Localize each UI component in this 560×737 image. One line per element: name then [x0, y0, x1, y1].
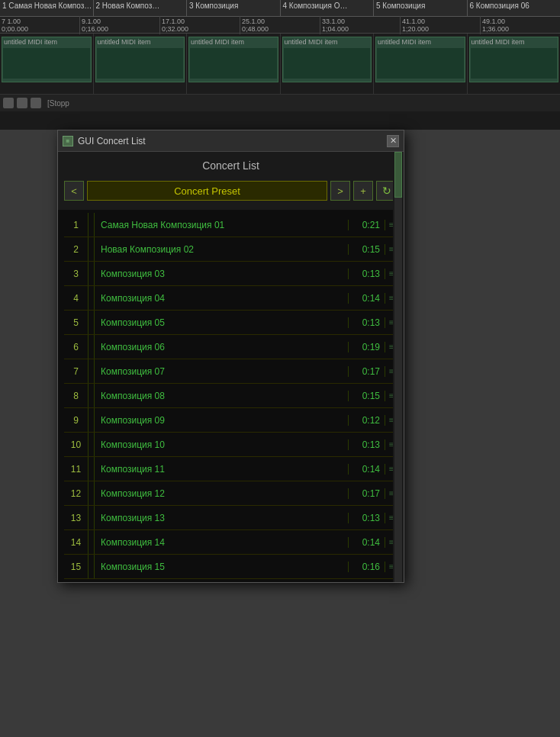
track-color-bar: [89, 335, 95, 359]
daw-background: 1 Самая Новая Композ… 2 Новая Композ… 3 …: [0, 0, 560, 130]
track-list-row[interactable]: 13 Композиция 13 0:13 ≡: [64, 506, 397, 530]
midi-item-inner-6: [471, 48, 558, 79]
track-list-row[interactable]: 1 Самая Новая Композиция 01 0:21 ≡: [64, 213, 397, 237]
track-duration: 0:15: [349, 244, 385, 255]
track-number: 13: [64, 506, 89, 529]
transport-btn-2[interactable]: [17, 98, 27, 108]
transport-btn-1[interactable]: [3, 98, 14, 108]
midi-track-col-2: untitled MIDI item: [94, 34, 188, 94]
midi-item-label-3: untitled MIDI item: [189, 37, 278, 47]
track-list-row[interactable]: 12 Композиция 12 0:17 ≡: [64, 481, 397, 506]
track-list-row[interactable]: 7 Композиция 07 0:17 ≡: [64, 359, 397, 384]
midi-item-inner-3: [190, 48, 277, 79]
track-name: Композиция 06: [95, 342, 349, 352]
modal-titlebar-left: ■ GUI Concert List: [63, 136, 146, 146]
track-number: 2: [64, 237, 89, 261]
midi-item-1: untitled MIDI item: [2, 37, 92, 82]
midi-item-inner-2: [97, 48, 184, 79]
track-number: 8: [64, 384, 89, 407]
midi-item-inner-5: [377, 48, 464, 79]
track-list-row[interactable]: 15 Композиция 15 0:16 ≡: [64, 555, 397, 579]
track-color-bar: [89, 433, 95, 456]
track-color-bar: [89, 311, 95, 334]
modal-title-text: GUI Concert List: [78, 136, 146, 146]
track-duration: 0:13: [349, 269, 385, 279]
track-list-row[interactable]: 14 Композиция 14 0:14 ≡: [64, 530, 397, 555]
track-color-bar: [89, 262, 95, 285]
track-header-2: 2 Новая Композ…: [94, 0, 188, 16]
track-duration: 0:12: [349, 415, 385, 426]
track-number: 14: [64, 530, 89, 554]
preset-add-button[interactable]: +: [353, 181, 373, 201]
ruler-mark-4: 25.1.000;48.000: [240, 16, 320, 34]
transport-bar: [Stopp: [0, 95, 560, 111]
track-number: 6: [64, 335, 89, 359]
track-number: 10: [64, 433, 89, 456]
track-number: 3: [64, 262, 89, 285]
track-duration: 0:15: [349, 391, 385, 401]
track-name: Композиция 04: [95, 293, 349, 304]
ruler-mark-6: 41.1.001;20.000: [401, 16, 481, 34]
track-header-1: 1 Самая Новая Композ…: [0, 0, 94, 16]
ruler-mark-7: 49.1.001;36.000: [481, 16, 560, 34]
midi-track-col-1: untitled MIDI item: [0, 34, 94, 94]
track-list-row[interactable]: 4 Композиция 04 0:14 ≡: [64, 286, 397, 311]
track-color-bar: [89, 384, 95, 407]
track-list-row[interactable]: 3 Композиция 03 0:13 ≡: [64, 262, 397, 286]
timeline-ruler: 7 1.000;00.000 9.1.000;16.000 17.1.000;3…: [0, 17, 560, 34]
track-duration: 0:13: [349, 317, 385, 328]
track-list-row[interactable]: 11 Композиция 11 0:14 ≡: [64, 457, 397, 481]
track-duration: 0:13: [349, 439, 385, 450]
midi-item-inner-1: [3, 48, 90, 79]
ruler-mark-2: 9.1.000;16.000: [80, 16, 160, 34]
track-color-bar: [89, 213, 95, 237]
track-name: Самая Новая Композиция 01: [95, 220, 349, 230]
scrollbar-thumb[interactable]: [394, 152, 402, 198]
track-color-bar: [89, 481, 95, 505]
midi-item-6: untitled MIDI item: [469, 37, 559, 82]
track-number: 4: [64, 286, 89, 310]
track-list-row[interactable]: 10 Композиция 10 0:13 ≡: [64, 433, 397, 457]
track-name: Композиция 09: [95, 415, 349, 426]
midi-tracks-area: untitled MIDI item untitled MIDI item un…: [0, 34, 560, 95]
track-color-bar: [89, 555, 95, 578]
midi-track-col-3: untitled MIDI item: [187, 34, 281, 94]
track-duration: 0:19: [349, 342, 385, 352]
preset-nav-bar: < Concert Preset > + ↻: [58, 178, 404, 204]
track-duration: 0:16: [349, 562, 385, 572]
track-list-row[interactable]: 8 Композиция 08 0:15 ≡: [64, 384, 397, 408]
track-list-row[interactable]: 2 Новая Композиция 02 0:15 ≡: [64, 237, 397, 262]
track-list-row[interactable]: 6 Композиция 06 0:19 ≡: [64, 335, 397, 359]
modal-scrollbar[interactable]: [393, 152, 404, 582]
track-list-row[interactable]: 5 Композиция 05 0:13 ≡: [64, 311, 397, 335]
track-color-bar: [89, 408, 95, 432]
track-duration: 0:17: [349, 488, 385, 499]
track-name: Композиция 12: [95, 488, 349, 499]
track-color-bar: [89, 359, 95, 383]
track-number: 5: [64, 311, 89, 334]
track-name: Новая Композиция 02: [95, 244, 349, 255]
track-header-3: 3 Композиция: [187, 0, 281, 16]
transport-btn-3[interactable]: [31, 98, 41, 108]
track-duration: 0:13: [349, 513, 385, 523]
track-duration: 0:17: [349, 366, 385, 377]
track-color-bar: [89, 237, 95, 261]
track-name: Композиция 10: [95, 439, 349, 450]
track-duration: 0:14: [349, 293, 385, 304]
ruler-mark-1: 7 1.000;00.000: [0, 16, 80, 34]
preset-prev-button[interactable]: <: [64, 181, 84, 201]
modal-close-button[interactable]: ✕: [387, 135, 399, 147]
transport-status: [Stopp: [47, 99, 69, 108]
preset-next-button[interactable]: >: [330, 181, 350, 201]
midi-item-label-4: untitled MIDI item: [283, 37, 372, 47]
track-list-row[interactable]: 9 Композиция 09 0:12 ≡: [64, 408, 397, 433]
track-header-6: 6 Композиция 06: [468, 0, 561, 16]
track-header-5: 5 Композиция: [374, 0, 468, 16]
track-number: 11: [64, 457, 89, 481]
track-duration: 0:21: [349, 220, 385, 230]
modal-content: Concert List < Concert Preset > + ↻ 1 Са…: [58, 152, 404, 582]
track-name: Композиция 11: [95, 464, 349, 475]
track-header-row: 1 Самая Новая Композ… 2 Новая Композ… 3 …: [0, 0, 560, 17]
modal-icon: ■: [63, 136, 73, 146]
modal-titlebar: ■ GUI Concert List ✕: [58, 130, 404, 152]
